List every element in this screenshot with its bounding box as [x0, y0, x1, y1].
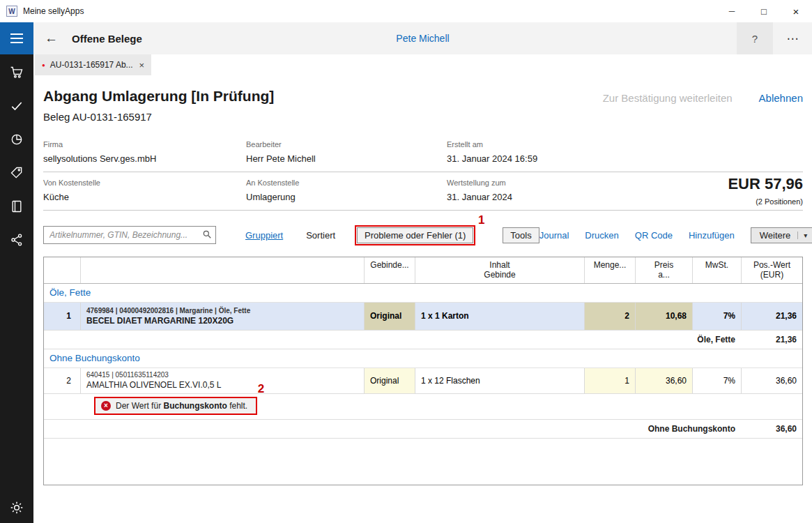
- gear-icon[interactable]: [10, 501, 24, 515]
- header-mwst[interactable]: MwSt.: [692, 257, 741, 283]
- add-link[interactable]: Hinzufügen: [689, 230, 735, 241]
- problems-errors-button[interactable]: Probleme oder Fehler (1): [357, 227, 473, 243]
- row-menge[interactable]: 1: [584, 368, 635, 393]
- qr-code-link[interactable]: QR Code: [635, 230, 673, 241]
- close-button[interactable]: ×: [780, 0, 812, 22]
- row-gebinde[interactable]: Original: [364, 303, 415, 330]
- table-header-row: Gebinde... InhaltGebinde Menge... Preisa…: [44, 257, 802, 284]
- back-icon[interactable]: ←: [45, 31, 58, 46]
- error-text-suffix: fehlt.: [227, 401, 247, 411]
- tools-button[interactable]: Tools: [503, 227, 539, 243]
- group-header[interactable]: Ohne Buchungskonto: [44, 349, 802, 368]
- row-article-name: AMALTHIA OLIVENOEL EX.VI.0,5 L: [86, 380, 221, 390]
- field-wertstellung: Wertstellung zum 31. Januar 2024: [447, 172, 648, 211]
- tab-close-icon[interactable]: ×: [139, 60, 145, 70]
- document-header: Abgang Umlagerung [In Prüfung] Zur Bestä…: [43, 88, 803, 105]
- header-gebinde[interactable]: Gebinde...: [364, 257, 415, 283]
- search-input[interactable]: [43, 226, 216, 244]
- field-value: 31. Januar 2024: [447, 192, 640, 202]
- reject-action[interactable]: Ablehnen: [759, 92, 803, 104]
- field-firma: Firma sellysolutions Serv.ges.mbH: [43, 134, 246, 172]
- row-error: × Der Wert für Buchungskonto fehlt. 2: [44, 394, 802, 420]
- grouped-toggle[interactable]: Gruppiert: [245, 230, 283, 241]
- document-tab[interactable]: ● AU-0131-165917 Ab... ×: [35, 54, 151, 75]
- field-label: Firma: [43, 140, 238, 149]
- header-preis[interactable]: Preisa...: [635, 257, 692, 283]
- row-position: 2: [44, 368, 80, 393]
- print-link[interactable]: Drucken: [585, 230, 618, 241]
- help-button[interactable]: ?: [737, 22, 773, 54]
- row-mwst[interactable]: 7%: [692, 368, 741, 393]
- share-icon[interactable]: [10, 233, 24, 247]
- search-wrap: [43, 226, 216, 244]
- field-label: Bearbeiter: [246, 140, 438, 149]
- current-user[interactable]: Pete Michell: [396, 33, 449, 44]
- row-inhalt[interactable]: 1 x 12 Flaschen: [415, 368, 584, 393]
- sorted-toggle[interactable]: Sortiert: [306, 230, 335, 241]
- group-subtotal-row: Öle, Fette 21,36: [44, 331, 802, 349]
- row-position: 1: [44, 303, 80, 330]
- field-bearbeiter: Bearbeiter Herr Pete Michell: [246, 134, 447, 172]
- total-positions: (2 Positionen): [756, 197, 803, 206]
- row-description: 640415 | 05011635114203 AMALTHIA OLIVENO…: [80, 368, 364, 393]
- forward-for-approval-action[interactable]: Zur Bestätigung weiterleiten: [603, 92, 733, 104]
- field-spacer: [648, 134, 803, 172]
- document-title: Abgang Umlagerung [In Prüfung]: [43, 88, 274, 105]
- row-mwst[interactable]: 7%: [692, 303, 741, 330]
- header-pos: [44, 257, 80, 283]
- header-inhalt-gebinde[interactable]: InhaltGebinde: [415, 257, 584, 283]
- document-content: Abgang Umlagerung [In Prüfung] Zur Bestä…: [33, 77, 812, 523]
- subtotal-value: 36,60: [741, 420, 802, 438]
- header-pos-wert[interactable]: Pos.-Wert(EUR): [741, 257, 802, 283]
- header-menge[interactable]: Menge...: [584, 257, 635, 283]
- document-fields: Firma sellysolutions Serv.ges.mbH Bearbe…: [43, 134, 803, 211]
- document-number: Beleg AU-0131-165917: [43, 111, 803, 123]
- row-description: 4769984 | 04000492002816 | Margarine | Ö…: [80, 303, 364, 330]
- row-inhalt[interactable]: 1 x 1 Karton: [415, 303, 584, 330]
- topbar: ← Offene Belege Pete Michell ? ⋯: [33, 22, 812, 54]
- tabbar: ● AU-0131-165917 Ab... ×: [33, 54, 812, 77]
- minimize-button[interactable]: ─: [716, 0, 748, 22]
- field-erstellt-am: Erstellt am 31. Januar 2024 16:59: [447, 134, 648, 172]
- row-meta: 4769984 | 04000492002816 | Margarine | Ö…: [86, 307, 250, 314]
- table-row[interactable]: 2 640415 | 05011635114203 AMALTHIA OLIVE…: [44, 368, 802, 394]
- total-amount: EUR 57,96: [728, 175, 803, 193]
- tab-label: AU-0131-165917 Ab...: [50, 60, 133, 70]
- field-an-kostenstelle: An Kostenstelle Umlagerung: [246, 172, 447, 211]
- maximize-button[interactable]: □: [748, 0, 780, 22]
- row-gebinde[interactable]: Original: [364, 368, 415, 393]
- group-header[interactable]: Öle, Fette: [44, 284, 802, 303]
- document-actions: Zur Bestätigung weiterleiten Ablehnen: [603, 88, 803, 104]
- pie-chart-icon[interactable]: [10, 132, 24, 146]
- field-label: Wertstellung zum: [447, 179, 640, 187]
- table-row[interactable]: 1 4769984 | 04000492002816 | Margarine |…: [44, 303, 802, 331]
- toolbar-links: Journal Drucken QR Code Hinzufügen Weite…: [539, 227, 812, 243]
- menu-icon[interactable]: [0, 22, 33, 54]
- more-dropdown-button[interactable]: Weitere ▾: [751, 227, 812, 243]
- row-preis[interactable]: 10,68: [635, 303, 692, 330]
- book-icon[interactable]: [10, 199, 24, 213]
- toolbar: Gruppiert Sortiert Probleme oder Fehler …: [43, 225, 803, 245]
- journal-link[interactable]: Journal: [539, 230, 569, 241]
- cart-icon[interactable]: [10, 66, 24, 79]
- tag-icon[interactable]: [10, 166, 24, 180]
- field-label: Von Kostenstelle: [43, 179, 238, 187]
- group-subtotal-row: Ohne Buchungskonto 36,60: [44, 420, 802, 439]
- more-dropdown-label: Weitere: [760, 230, 791, 241]
- annotation-number-2: 2: [258, 382, 264, 396]
- app-logo-icon: W: [6, 6, 17, 17]
- field-label: Erstellt am: [447, 140, 640, 149]
- table-empty-area: [44, 439, 802, 485]
- field-value: Herr Pete Michell: [246, 153, 438, 164]
- sidebar-icons: [10, 54, 24, 247]
- header-description: [80, 257, 364, 283]
- row-menge[interactable]: 2: [584, 303, 635, 330]
- annotation-box-2: × Der Wert für Buchungskonto fehlt. 2: [94, 397, 257, 415]
- titlebar: W Meine sellyApps ─ □ ×: [0, 0, 812, 22]
- row-preis[interactable]: 36,60: [635, 368, 692, 393]
- field-value: sellysolutions Serv.ges.mbH: [43, 153, 238, 164]
- error-icon: ×: [101, 401, 111, 411]
- more-options-button[interactable]: ⋯: [773, 22, 812, 54]
- check-icon[interactable]: [10, 99, 24, 113]
- sidebar: [0, 22, 33, 523]
